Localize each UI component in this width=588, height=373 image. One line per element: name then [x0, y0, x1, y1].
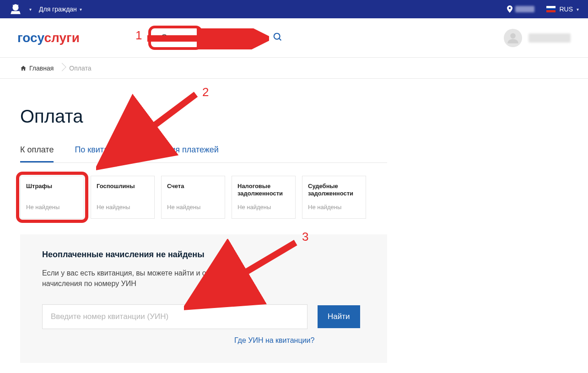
chevron-down-icon: ▾	[577, 7, 579, 12]
nav-payment[interactable]: Оплата	[161, 33, 189, 42]
location-selector[interactable]	[507, 5, 534, 13]
user-name	[529, 33, 571, 43]
breadcrumb: Главная Оплата	[0, 58, 588, 79]
language-selector[interactable]: RUS ▾	[546, 5, 579, 13]
card-sub: Не найдены	[167, 204, 219, 211]
card-sub: Не найдены	[26, 204, 78, 211]
panel-description: Если у вас есть квитанция, вы можете най…	[42, 268, 271, 289]
uin-input[interactable]	[42, 304, 307, 329]
card-duties[interactable]: Госпошлины Не найдены	[91, 176, 155, 219]
annotation-number-1: 1	[135, 28, 142, 43]
card-title: Судебные задолженности	[308, 183, 360, 197]
location-pin-icon	[507, 5, 512, 13]
card-title: Штрафы	[26, 183, 78, 197]
tab-to-pay[interactable]: К оплате	[20, 145, 54, 162]
avatar-icon	[504, 29, 522, 47]
card-sub: Не найдены	[308, 204, 360, 211]
emblem-icon	[9, 3, 22, 16]
breadcrumb-home-label: Главная	[29, 65, 54, 72]
annotation-number-3: 3	[302, 230, 308, 244]
panel-title: Неоплаченные начисления не найдены	[42, 250, 365, 259]
logo-part-2: слуги	[44, 31, 79, 45]
tab-history[interactable]: История платежей	[148, 145, 219, 162]
card-title: Налоговые задолженности	[237, 183, 290, 197]
nav-support[interactable]: Поддержка	[216, 33, 259, 43]
user-menu[interactable]	[504, 29, 571, 47]
category-cards: Штрафы Не найдены Госпошлины Не найдены …	[20, 176, 387, 219]
svg-point-0	[274, 33, 280, 39]
home-icon	[20, 65, 27, 71]
main-header: госуслуги Оплата Поддержка	[0, 18, 588, 58]
svg-point-2	[510, 33, 516, 38]
main-content: Оплата К оплате По квитанции История пла…	[0, 79, 407, 373]
annotation-number-2: 2	[202, 85, 209, 99]
card-title: Госпошлины	[97, 183, 149, 197]
card-tax-debts[interactable]: Налоговые задолженности Не найдены	[232, 176, 296, 219]
page-title: Оплата	[20, 106, 387, 127]
tab-by-receipt[interactable]: По квитанции	[75, 145, 127, 162]
card-sub: Не найдены	[237, 204, 290, 211]
location-label	[515, 6, 534, 12]
site-logo[interactable]: госуслуги	[17, 31, 80, 45]
emblem-chevron-icon[interactable]: ▾	[29, 7, 32, 12]
uin-help-link[interactable]: Где УИН на квитанции?	[234, 336, 365, 345]
breadcrumb-sep-icon	[56, 63, 66, 73]
card-sub: Не найдены	[97, 204, 149, 211]
tabs: К оплате По квитанции История платежей	[20, 145, 387, 163]
breadcrumb-home[interactable]: Главная	[20, 65, 54, 72]
card-fines[interactable]: Штрафы Не найдены	[20, 176, 84, 219]
chevron-down-icon: ▾	[80, 7, 82, 12]
language-label: RUS	[559, 5, 573, 13]
breadcrumb-current: Оплата	[69, 65, 91, 72]
svg-line-1	[279, 38, 281, 40]
card-bills[interactable]: Счета Не найдены	[161, 176, 225, 219]
citizens-dropdown[interactable]: Для граждан ▾	[39, 5, 82, 13]
gov-top-bar: ▾ Для граждан ▾ RUS ▾	[0, 0, 588, 18]
card-court-debts[interactable]: Судебные задолженности Не найдены	[302, 176, 366, 219]
annotation-highlight-1: Оплата	[148, 26, 202, 50]
card-title: Счета	[167, 183, 219, 197]
citizens-label: Для граждан	[39, 5, 77, 13]
unpaid-panel: Неоплаченные начисления не найдены Если …	[20, 234, 387, 363]
logo-part-1: госу	[17, 31, 44, 45]
search-icon[interactable]	[273, 32, 283, 44]
find-button[interactable]: Найти	[318, 305, 360, 328]
flag-ru-icon	[546, 6, 556, 12]
